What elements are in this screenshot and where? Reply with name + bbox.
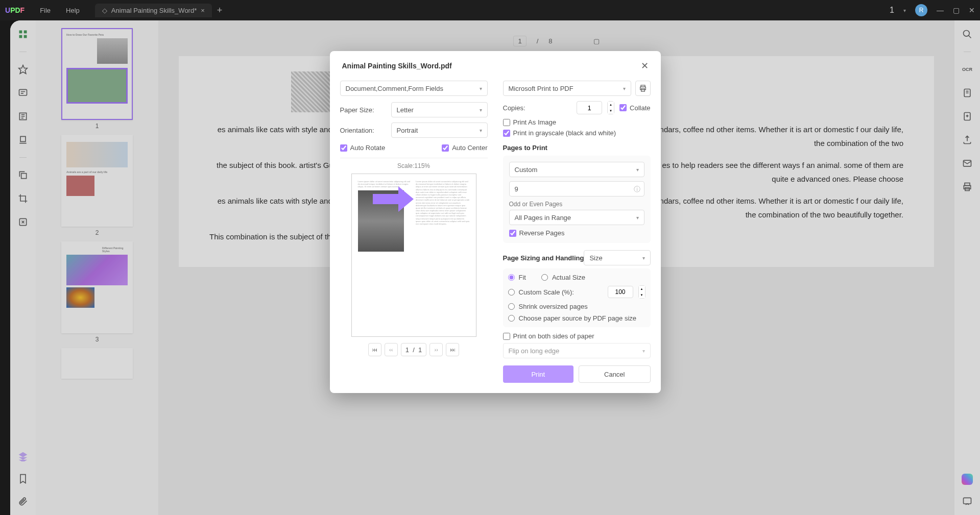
app-logo: UPDF <box>5 6 25 14</box>
both-sides-checkbox[interactable]: Print on both sides of paper <box>503 332 651 340</box>
reverse-pages-checkbox[interactable]: Reverse Pages <box>509 229 644 237</box>
sizing-mode-select[interactable]: Size <box>584 250 650 265</box>
orientation-label: Orientation: <box>340 127 391 134</box>
window-maximize-button[interactable]: ▢ <box>953 6 960 14</box>
collate-checkbox[interactable]: Collate <box>619 104 650 112</box>
grayscale-checkbox[interactable]: Print in grayscale (black and white) <box>503 129 651 137</box>
print-type-select[interactable]: Document,Comment,Form Fields <box>340 81 488 96</box>
print-dialog: Animal Painting Skills_Word.pdf ✕ Docume… <box>330 51 661 393</box>
printer-properties-button[interactable] <box>635 81 651 96</box>
tab-doc-icon: ◇ <box>102 7 107 14</box>
svg-rect-18 <box>641 89 644 91</box>
copies-label: Copies: <box>503 104 572 112</box>
document-tab[interactable]: ◇ Animal Painting Skills_Word* × <box>95 4 212 17</box>
copies-spinner[interactable]: ▲▼ <box>607 101 614 114</box>
modal-title: Animal Painting Skills_Word.pdf <box>342 62 452 70</box>
odd-even-select[interactable]: All Pages in Range <box>509 210 644 225</box>
window-minimize-button[interactable]: — <box>937 6 944 14</box>
pager-next-button[interactable]: ›› <box>429 343 443 356</box>
printer-select[interactable]: Microsoft Print to PDF <box>503 81 631 96</box>
tab-close-icon[interactable]: × <box>201 7 205 14</box>
pages-to-print-heading: Pages to Print <box>503 144 651 152</box>
notification-badge[interactable]: 1 <box>890 6 894 15</box>
tab-add-button[interactable]: + <box>217 5 223 16</box>
odd-even-label: Odd or Even Pages <box>509 201 644 208</box>
print-as-image-checkbox[interactable]: Print As Image <box>503 118 651 126</box>
scale-spinner[interactable]: ▲▼ <box>638 285 646 299</box>
print-preview: Lorem ipsum dolor sit amet consectetur a… <box>351 174 476 337</box>
auto-rotate-checkbox[interactable]: Auto Rotate <box>340 144 386 152</box>
menu-file[interactable]: File <box>40 7 51 14</box>
pager-display: 1 / 1 <box>401 343 427 356</box>
scale-label: Scale:115% <box>340 162 488 169</box>
pager-last-button[interactable]: ⏭ <box>446 343 459 356</box>
paper-source-radio[interactable]: Choose paper source by PDF page size <box>508 314 646 322</box>
avatar[interactable]: R <box>915 4 927 16</box>
info-icon[interactable]: ⓘ <box>634 185 640 194</box>
tab-title: Animal Painting Skills_Word* <box>111 7 197 14</box>
notification-chevron-icon[interactable]: ▾ <box>903 8 906 13</box>
modal-overlay: Animal Painting Skills_Word.pdf ✕ Docume… <box>10 20 980 515</box>
window-close-button[interactable]: ✕ <box>969 6 975 14</box>
fit-radio[interactable]: Fit <box>508 274 526 281</box>
print-button[interactable]: Print <box>503 365 574 383</box>
modal-close-button[interactable]: ✕ <box>641 60 649 71</box>
cancel-button[interactable]: Cancel <box>579 365 651 383</box>
pager-prev-button[interactable]: ‹‹ <box>385 343 398 356</box>
shrink-radio[interactable]: Shrink oversized pages <box>508 303 646 310</box>
pager-first-button[interactable]: ⏮ <box>368 343 381 356</box>
paper-size-label: Paper Size: <box>340 106 391 114</box>
annotation-arrow <box>373 186 414 214</box>
titlebar: UPDF File Help ◇ Animal Painting Skills_… <box>0 0 980 20</box>
orientation-select[interactable]: Portrait <box>391 122 488 138</box>
custom-scale-input[interactable] <box>608 286 633 298</box>
paper-size-select[interactable]: Letter <box>391 102 488 117</box>
flip-select[interactable]: Flip on long edge <box>503 343 651 358</box>
copies-input[interactable] <box>577 101 602 114</box>
custom-scale-radio[interactable]: Custom Scale (%): ▲▼ <box>508 285 646 299</box>
pages-mode-select[interactable]: Custom <box>509 162 644 177</box>
actual-size-radio[interactable]: Actual Size <box>541 274 585 281</box>
auto-center-checkbox[interactable]: Auto Center <box>442 144 487 152</box>
pages-range-input[interactable] <box>509 181 644 197</box>
page-sizing-heading: Page Sizing and Handling <box>503 254 584 262</box>
menu-help[interactable]: Help <box>66 7 80 14</box>
